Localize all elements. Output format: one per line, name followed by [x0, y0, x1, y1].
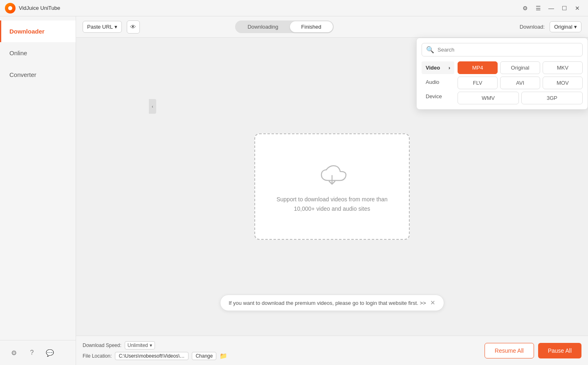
search-icon: 🔍 — [426, 46, 434, 54]
format-options: MP4 Original MKV FLV AVI MOV WMV 3GP — [458, 61, 583, 104]
finished-tab[interactable]: Finished — [290, 21, 333, 32]
chevron-down-icon: ▾ — [114, 24, 117, 30]
format-search-container: 🔍 — [422, 43, 583, 56]
notification-bar: If you want to download the premium vide… — [220, 295, 444, 311]
speed-select[interactable]: Unlimited ▾ — [125, 341, 155, 349]
resume-all-button[interactable]: Resume All — [485, 343, 534, 358]
settings-icon-btn[interactable]: ⚙ — [8, 347, 20, 358]
format-search-input[interactable] — [438, 47, 578, 53]
bottom-actions: Resume All Pause All — [485, 343, 581, 358]
sidebar-bottom: ⚙ ? 💬 — [0, 340, 76, 365]
format-body: Video › Audio Device MP4 Origi — [422, 61, 583, 104]
location-path: C:\Users\mobeesoft\Videos\VidJuice — [115, 352, 189, 360]
pause-all-button[interactable]: Pause All — [538, 343, 581, 358]
drop-text: Support to download videos from more tha… — [276, 195, 388, 213]
main-layout: Downloader Online Converter ⚙ ? 💬 Paste … — [0, 16, 588, 365]
format-mkv[interactable]: MKV — [543, 61, 583, 74]
download-label: Download: — [520, 24, 545, 30]
sidebar-item-downloader[interactable]: Downloader — [0, 20, 76, 42]
sidebar: Downloader Online Converter ⚙ ? 💬 — [0, 16, 76, 365]
download-format-select[interactable]: Original ▾ — [550, 21, 581, 32]
bottom-bar: Download Speed: Unlimited ▾ File Locatio… — [76, 336, 588, 365]
toolbar: Paste URL ▾ 👁 Downloading Finished Downl… — [76, 16, 588, 38]
format-dropdown: 🔍 Video › Audio Device — [416, 38, 588, 110]
collapse-sidebar-button[interactable]: ‹ — [149, 99, 156, 114]
logo-inner — [8, 6, 12, 10]
location-row: File Location: C:\Users\mobeesoft\Videos… — [83, 352, 478, 360]
format-row-2: FLV AVI MOV — [458, 77, 583, 89]
format-row-1: MP4 Original MKV — [458, 61, 583, 74]
menu-button[interactable]: ☰ — [532, 2, 544, 14]
bottom-info: Download Speed: Unlimited ▾ File Locatio… — [83, 341, 478, 360]
sidebar-item-online[interactable]: Online — [0, 42, 76, 64]
chat-icon-btn[interactable]: 💬 — [44, 347, 56, 358]
titlebar-controls: ⚙ ☰ — ☐ ✕ — [519, 2, 583, 14]
titlebar-left: VidJuice UniTube — [5, 3, 60, 14]
format-cat-video[interactable]: Video › — [422, 61, 454, 74]
folder-icon[interactable]: 📁 — [220, 352, 227, 360]
chevron-down-icon: ▾ — [150, 342, 152, 348]
speed-label: Download Speed: — [83, 342, 121, 348]
format-flv[interactable]: FLV — [458, 77, 498, 89]
format-3gp[interactable]: 3GP — [521, 92, 583, 104]
notification-close-button[interactable]: ✕ — [430, 299, 435, 306]
sidebar-item-converter[interactable]: Converter — [0, 64, 76, 86]
eye-button[interactable]: 👁 — [127, 20, 140, 34]
cloud-download-icon — [316, 160, 348, 188]
format-avi[interactable]: AVI — [500, 77, 540, 89]
speed-row: Download Speed: Unlimited ▾ — [83, 341, 478, 349]
arrow-right-icon: › — [449, 65, 450, 71]
tab-toggle: Downloading Finished — [235, 20, 333, 33]
app-logo — [5, 3, 16, 14]
help-icon-btn[interactable]: ? — [26, 347, 38, 358]
chevron-down-icon: ▾ — [574, 24, 577, 30]
titlebar: VidJuice UniTube ⚙ ☰ — ☐ ✕ — [0, 0, 588, 16]
drop-box: Support to download videos from more tha… — [254, 133, 410, 240]
format-mp4[interactable]: MP4 — [458, 61, 498, 74]
location-label: File Location: — [83, 353, 112, 359]
paste-url-button[interactable]: Paste URL ▾ — [83, 21, 122, 33]
format-cat-device[interactable]: Device — [422, 90, 454, 103]
downloading-tab[interactable]: Downloading — [236, 21, 290, 32]
content-area: Paste URL ▾ 👁 Downloading Finished Downl… — [76, 16, 588, 365]
format-mov[interactable]: MOV — [543, 77, 583, 89]
format-row-3: WMV 3GP — [458, 92, 583, 104]
minimize-button[interactable]: — — [545, 2, 557, 14]
notification-text: If you want to download the premium vide… — [229, 300, 426, 306]
close-button[interactable]: ✕ — [572, 2, 583, 14]
format-cat-audio[interactable]: Audio — [422, 76, 454, 88]
change-location-button[interactable]: Change — [192, 352, 216, 360]
maximize-button[interactable]: ☐ — [559, 2, 570, 14]
settings-button[interactable]: ⚙ — [519, 2, 531, 14]
format-wmv[interactable]: WMV — [458, 92, 519, 104]
sidebar-nav: Downloader Online Converter — [0, 16, 76, 340]
format-categories: Video › Audio Device — [422, 61, 454, 104]
format-original[interactable]: Original — [500, 61, 540, 74]
app-title: VidJuice UniTube — [19, 5, 60, 11]
